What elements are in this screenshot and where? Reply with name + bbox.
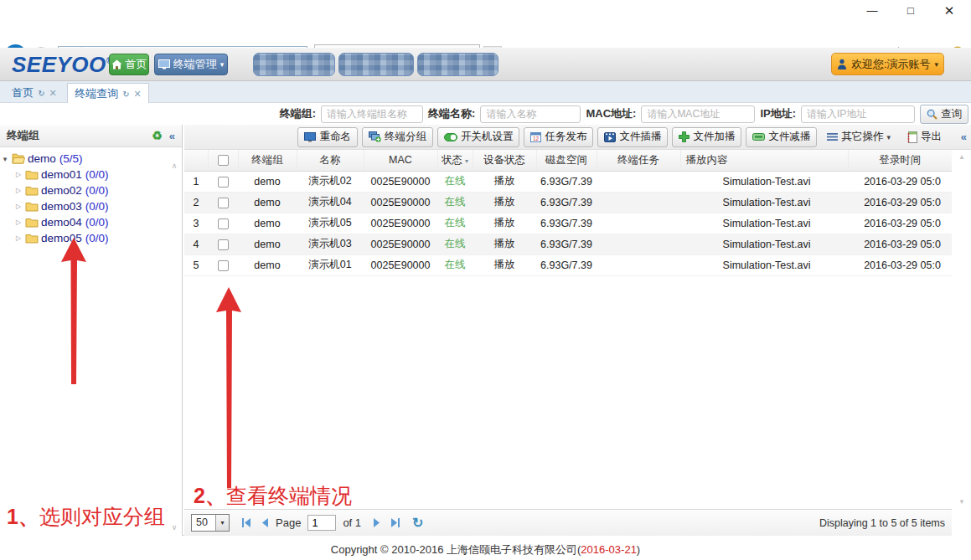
annotation-label: 查看终端情况: [226, 484, 352, 507]
annotation-arrow-1: [59, 237, 90, 386]
tab-home-refresh-icon[interactable]: ↻: [38, 89, 44, 98]
file-add-button[interactable]: 文件加播: [672, 127, 741, 147]
expand-closed-icon[interactable]: ▷: [13, 218, 23, 226]
task-publish-button[interactable]: 12 任务发布: [524, 127, 593, 147]
table-scroll-down-icon[interactable]: ▼: [957, 498, 967, 506]
table-row[interactable]: 2 demo 演示机04 0025E90000 在线 播放 6.93G/7.39…: [184, 192, 952, 213]
row-checkbox[interactable]: [218, 218, 229, 229]
cell-task: [597, 234, 680, 254]
sidebar-scroll-down-icon[interactable]: ∨: [169, 523, 179, 532]
header-login-time[interactable]: 登录时间: [848, 150, 952, 171]
cell-rownum: 2: [184, 192, 208, 213]
tree-node-demo[interactable]: ▾ demo (5/5): [0, 151, 168, 167]
cell-content: Simulation-Test.avi: [680, 234, 848, 254]
sidebar-scroll-up-icon[interactable]: ∧: [169, 162, 179, 170]
header-content[interactable]: 播放内容: [680, 150, 848, 171]
header-checkbox[interactable]: [208, 150, 238, 171]
cell-disk: 6.93G/7.39: [536, 234, 597, 254]
header-name[interactable]: 名称: [297, 150, 364, 171]
cell-group: demo: [238, 171, 297, 192]
page-size-select[interactable]: 50 ▾: [191, 514, 230, 532]
header-device-status[interactable]: 设备状态: [473, 150, 536, 171]
tree-node-demo04[interactable]: ▷ demo04 (0/0): [13, 214, 168, 230]
annotation-label: 选则对应分组: [39, 505, 165, 528]
maximize-button[interactable]: □: [895, 2, 927, 20]
cell-device-status: 播放: [473, 254, 536, 275]
tab-query-close-icon[interactable]: ✕: [134, 89, 142, 100]
page-number-input[interactable]: [307, 515, 336, 531]
rename-button[interactable]: 重命名: [297, 127, 358, 147]
header-group[interactable]: 终端组: [238, 150, 297, 171]
table-row[interactable]: 5 demo 演示机01 0025E90000 在线 播放 6.93G/7.39…: [184, 254, 952, 275]
tree-node-demo01[interactable]: ▷ demo01 (0/0): [13, 167, 168, 182]
table-scroll-up-icon[interactable]: ▲: [957, 153, 967, 161]
tree-node-demo05[interactable]: ▷ demo05 (0/0): [13, 230, 168, 246]
header-status[interactable]: 状态▾: [437, 150, 473, 171]
tab-home-close-icon[interactable]: ✕: [49, 88, 57, 99]
row-checkbox[interactable]: [218, 177, 229, 188]
expand-closed-icon[interactable]: ▷: [13, 187, 23, 194]
nav-home-button[interactable]: 首页: [109, 54, 149, 75]
welcome-account-button[interactable]: 欢迎您:演示账号 ▾: [831, 53, 944, 75]
expand-open-icon[interactable]: ▾: [0, 155, 10, 163]
header-task[interactable]: 终端任务: [597, 150, 680, 171]
prev-page-icon[interactable]: [261, 518, 269, 527]
first-page-icon[interactable]: [241, 518, 252, 527]
page-label: Page: [276, 516, 301, 529]
annotation-text-1: 1、选则对应分组: [7, 503, 165, 531]
tree-node-demo03[interactable]: ▷ demo03 (0/0): [13, 198, 168, 214]
film-icon: [604, 132, 616, 142]
seeyoo-logo: SEEYOO®: [12, 52, 113, 78]
cell-rownum: 3: [184, 213, 208, 234]
expand-closed-icon[interactable]: ▷: [13, 171, 23, 178]
export-icon: [906, 131, 917, 143]
redacted-nav-button-2[interactable]: [338, 53, 414, 76]
search-button-label: 查询: [941, 107, 962, 121]
search-button[interactable]: 查询: [920, 105, 968, 124]
table-row[interactable]: 1 demo 演示机02 0025E90000 在线 播放 6.93G/7.39…: [184, 171, 952, 192]
last-page-icon[interactable]: [390, 518, 400, 527]
expand-closed-icon[interactable]: ▷: [13, 203, 23, 210]
select-all-checkbox[interactable]: [218, 155, 229, 166]
expand-closed-icon[interactable]: ▷: [13, 234, 23, 242]
file-insert-button[interactable]: 文件插播: [597, 127, 668, 147]
header-mac[interactable]: MAC: [364, 150, 437, 171]
cell-device-status: 播放: [473, 213, 536, 234]
cell-name: 演示机05: [297, 213, 364, 234]
row-checkbox[interactable]: [218, 239, 229, 250]
sidebar-refresh-icon[interactable]: ♻: [152, 129, 163, 142]
filter-mac-input[interactable]: [641, 105, 755, 123]
redacted-nav-button-3[interactable]: [417, 53, 498, 76]
minus-icon: [752, 133, 765, 141]
panel-collapse-icon[interactable]: «: [961, 131, 967, 143]
header-disk[interactable]: 磁盘空间: [536, 150, 597, 171]
tree-node-demo02[interactable]: ▷ demo02 (0/0): [13, 182, 168, 198]
row-checkbox[interactable]: [218, 198, 229, 208]
power-settings-button[interactable]: 开关机设置: [437, 127, 520, 147]
filter-ip-input[interactable]: [801, 105, 915, 123]
table-row[interactable]: 4 demo 演示机03 0025E90000 在线 播放 6.93G/7.39…: [184, 234, 952, 254]
redacted-nav-button-1[interactable]: [253, 53, 335, 76]
row-checkbox[interactable]: [218, 260, 229, 271]
close-window-button[interactable]: ✕: [933, 2, 965, 20]
tab-home[interactable]: 首页 ↻ ✕: [5, 83, 64, 103]
file-remove-button[interactable]: 文件减播: [746, 127, 817, 147]
sidebar-collapse-icon[interactable]: «: [169, 130, 175, 142]
next-page-icon[interactable]: [373, 518, 381, 527]
tab-terminal-query[interactable]: 终端查询 ↻ ✕: [67, 83, 149, 104]
browser-navbar: ← → ▾ e http://ds.seeyoo.cn:8888/mps/ir …: [0, 22, 971, 48]
plus-icon: [679, 131, 690, 142]
terminal-group-button[interactable]: 终端分组: [362, 127, 433, 147]
tab-query-refresh-icon[interactable]: ↻: [122, 90, 129, 99]
pager-refresh-icon[interactable]: ↻: [412, 515, 423, 531]
filter-name-input[interactable]: [480, 105, 581, 123]
terminal-group-label: 终端分组: [385, 130, 426, 144]
sort-caret-icon[interactable]: ▾: [465, 157, 468, 165]
minimize-button[interactable]: —: [856, 2, 888, 20]
pagination-bar: 50 ▾ Page of 1 ↻ Displaying 1 to 5 of 5 …: [184, 509, 952, 536]
export-button[interactable]: 导出: [901, 127, 948, 147]
filter-group-input[interactable]: [321, 105, 423, 123]
nav-terminal-management-button[interactable]: 终端管理 ▾: [154, 54, 228, 75]
table-row[interactable]: 3 demo 演示机05 0025E90000 在线 播放 6.93G/7.39…: [184, 213, 952, 234]
other-operations-button[interactable]: 其它操作 ▾: [821, 127, 896, 147]
